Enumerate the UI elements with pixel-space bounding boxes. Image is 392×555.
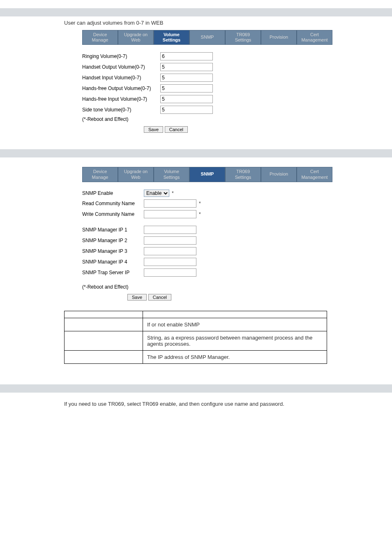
- handset-output-label: Handset Output Volume(0-7): [82, 64, 160, 70]
- mgr-ip3-label: SNMP Manager IP 3: [82, 248, 144, 254]
- tabs-volume: Device Manage Upgrade on Web Volume Sett…: [82, 30, 343, 45]
- section-header-volume: [0, 8, 392, 16]
- mgr-ip3-input[interactable]: [144, 247, 196, 255]
- mgr-ip2-input[interactable]: [144, 236, 196, 245]
- asterisk-read: *: [199, 201, 201, 206]
- handsfree-input-label: Hands-free Input Volume(0-7): [82, 96, 160, 102]
- mgr-ip4-label: SNMP Manager IP 4: [82, 259, 144, 265]
- handset-input-input[interactable]: [160, 74, 213, 82]
- side-tone-label: Side tone Volume(0-7): [82, 107, 160, 113]
- reboot-note-snmp: (*-Reboot and Effect): [82, 284, 144, 290]
- snmp-description-table: If or not enable SNMP String, as a expre…: [64, 311, 327, 364]
- desc-enable-snmp: If or not enable SNMP: [143, 318, 327, 331]
- tab-provision[interactable]: Provision: [261, 30, 297, 45]
- tabs-snmp: Device Manage Upgrade on Web Volume Sett…: [82, 167, 343, 182]
- cancel-button-snmp[interactable]: Cancel: [148, 294, 171, 301]
- tab-tr069-settings-2[interactable]: TR069 Settings: [225, 167, 261, 182]
- desc-manager-ip: The IP address of SNMP Manager.: [143, 350, 327, 363]
- side-tone-input[interactable]: [160, 106, 213, 114]
- tab-snmp-2[interactable]: SNMP: [189, 167, 225, 182]
- handset-output-input[interactable]: [160, 63, 213, 71]
- write-community-label: Write Community Name: [82, 211, 144, 217]
- handsfree-output-input[interactable]: [160, 84, 213, 92]
- handsfree-input-input[interactable]: [160, 95, 213, 103]
- mgr-ip2-label: SNMP Manager IP 2: [82, 238, 144, 243]
- tab-volume-settings[interactable]: Volume Settings: [154, 30, 189, 45]
- desc-cell-empty-4-1: [65, 350, 143, 363]
- volume-intro-text: User can adjust volumes from 0-7 in WEB: [0, 20, 392, 30]
- asterisk-write: *: [199, 211, 201, 217]
- read-community-input[interactable]: [144, 199, 196, 208]
- ringing-volume-label: Ringing Volume(0-7): [82, 53, 160, 59]
- tab-tr069-settings[interactable]: TR069 Settings: [225, 30, 261, 45]
- handset-input-label: Handset Input Volume(0-7): [82, 75, 160, 81]
- table-row: If or not enable SNMP: [65, 318, 327, 331]
- snmp-enable-select[interactable]: Enable: [144, 190, 169, 197]
- desc-cell-empty-1-2: [143, 311, 327, 318]
- tab-cert-management-2[interactable]: Cert Management: [297, 167, 332, 182]
- tab-upgrade-web-2[interactable]: Upgrade on Web: [118, 167, 154, 182]
- table-row: [65, 311, 327, 318]
- section-header-tr069: [0, 384, 392, 393]
- mgr-ip1-label: SNMP Manager IP 1: [82, 227, 144, 233]
- desc-community-string: String, as a express password between ma…: [143, 331, 327, 350]
- table-row: The IP address of SNMP Manager.: [65, 350, 327, 363]
- snmp-enable-label: SNMP Enable: [82, 190, 144, 196]
- tab-cert-management[interactable]: Cert Management: [297, 30, 332, 45]
- tab-device-manage[interactable]: Device Manage: [82, 30, 118, 45]
- save-button-volume[interactable]: Save: [144, 126, 163, 133]
- tr069-intro-text: If you need to use TR069, select TR069 e…: [0, 396, 392, 423]
- tab-volume-settings-2[interactable]: Volume Settings: [154, 167, 189, 182]
- trap-server-input[interactable]: [144, 268, 196, 277]
- tab-snmp[interactable]: SNMP: [189, 30, 225, 45]
- tab-upgrade-web[interactable]: Upgrade on Web: [118, 30, 154, 45]
- mgr-ip4-input[interactable]: [144, 258, 196, 266]
- mgr-ip1-input[interactable]: [144, 226, 196, 234]
- reboot-note-volume: (*-Reboot and Effect): [82, 116, 160, 122]
- desc-cell-empty-2-1: [65, 318, 143, 331]
- tab-device-manage-2[interactable]: Device Manage: [82, 167, 118, 182]
- save-button-snmp[interactable]: Save: [127, 294, 147, 301]
- section-header-snmp: [0, 149, 392, 157]
- desc-cell-empty-3-1: [65, 331, 143, 350]
- ringing-volume-input[interactable]: [160, 52, 213, 60]
- tab-provision-2[interactable]: Provision: [261, 167, 297, 182]
- read-community-label: Read Community Name: [82, 201, 144, 206]
- handsfree-output-label: Hands-free Output Volume(0-7): [82, 86, 160, 91]
- cancel-button-volume[interactable]: Cancel: [165, 126, 188, 133]
- asterisk-enable: *: [172, 190, 174, 196]
- trap-server-label: SNMP Trap Server IP: [82, 270, 144, 275]
- table-row: String, as a express password between ma…: [65, 331, 327, 350]
- desc-cell-empty-1-1: [65, 311, 143, 318]
- write-community-input[interactable]: [144, 210, 196, 218]
